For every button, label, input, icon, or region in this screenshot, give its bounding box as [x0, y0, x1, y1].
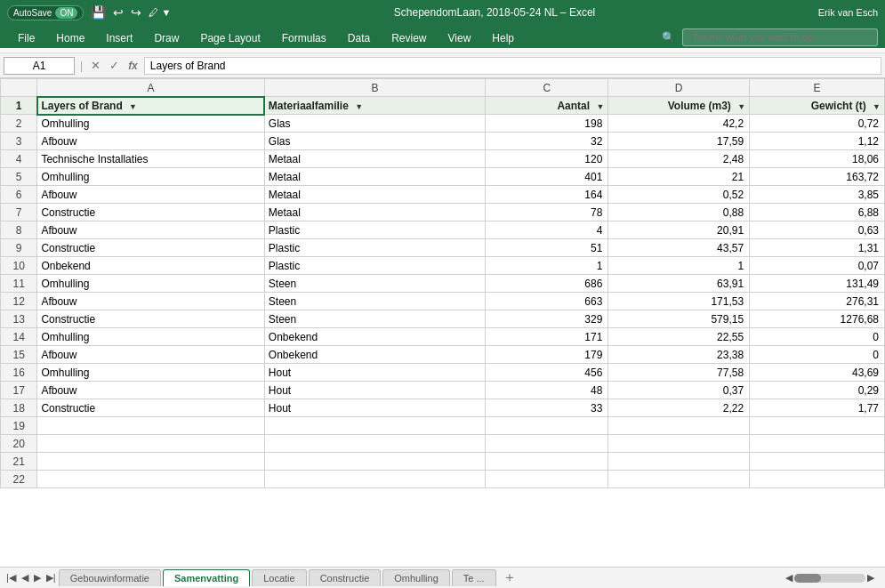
- cell-b15[interactable]: Onbekend: [264, 346, 485, 364]
- cell-b8[interactable]: Plastic: [264, 222, 485, 239]
- filter-a-icon[interactable]: ▼: [129, 102, 137, 111]
- cell-b20[interactable]: [264, 435, 485, 453]
- cell-a15[interactable]: Afbouw: [37, 346, 264, 364]
- tab-help[interactable]: Help: [481, 28, 525, 48]
- cell-e23[interactable]: [750, 488, 885, 489]
- cell-e10[interactable]: 0,07: [750, 257, 885, 275]
- cell-a14[interactable]: Omhulling: [37, 328, 264, 346]
- cell-b13[interactable]: Steen: [264, 310, 485, 328]
- cell-e12[interactable]: 276,31: [750, 293, 885, 310]
- cell-a6[interactable]: Afbouw: [37, 186, 264, 204]
- cell-b23[interactable]: [264, 488, 485, 489]
- cell-e3[interactable]: 1,12: [750, 133, 885, 150]
- filter-e-icon[interactable]: ▼: [873, 102, 881, 111]
- cell-c23[interactable]: [486, 488, 608, 489]
- cell-a22[interactable]: [37, 471, 264, 488]
- filter-c-icon[interactable]: ▼: [596, 102, 604, 111]
- cell-b5[interactable]: Metaal: [264, 168, 485, 186]
- cell-c20[interactable]: [486, 435, 608, 453]
- cancel-formula-icon[interactable]: ✕: [88, 59, 103, 72]
- quick-access-more[interactable]: 🖊 ▼: [149, 7, 171, 18]
- cell-d23[interactable]: [608, 488, 750, 489]
- tab-review[interactable]: Review: [381, 28, 437, 48]
- cell-e6[interactable]: 3,85: [750, 186, 885, 204]
- cell-a18[interactable]: Constructie: [37, 399, 264, 417]
- cell-d15[interactable]: 23,38: [608, 346, 750, 364]
- cell-c2[interactable]: 198: [486, 115, 608, 133]
- cell-b22[interactable]: [264, 471, 485, 488]
- cell-d14[interactable]: 22,55: [608, 328, 750, 346]
- cell-d8[interactable]: 20,91: [608, 222, 750, 239]
- cell-e19[interactable]: [750, 417, 885, 435]
- cell-d19[interactable]: [608, 417, 750, 435]
- cell-d7[interactable]: 0,88: [608, 204, 750, 222]
- cell-d13[interactable]: 579,15: [608, 310, 750, 328]
- formula-input[interactable]: [144, 57, 881, 75]
- cell-e17[interactable]: 0,29: [750, 382, 885, 399]
- cell-a12[interactable]: Afbouw: [37, 293, 264, 310]
- cell-d20[interactable]: [608, 435, 750, 453]
- tab-file[interactable]: File: [7, 28, 45, 48]
- cell-a7[interactable]: Constructie: [37, 204, 264, 222]
- cell-a10[interactable]: Onbekend: [37, 257, 264, 275]
- cell-e1[interactable]: Gewicht (t) ▼: [750, 97, 885, 115]
- cell-b9[interactable]: Plastic: [264, 239, 485, 257]
- col-header-d[interactable]: D: [608, 79, 750, 97]
- cell-c8[interactable]: 4: [486, 222, 608, 239]
- cell-a8[interactable]: Afbouw: [37, 222, 264, 239]
- cell-e8[interactable]: 0,63: [750, 222, 885, 239]
- cell-a17[interactable]: Afbouw: [37, 382, 264, 399]
- cell-d6[interactable]: 0,52: [608, 186, 750, 204]
- cell-a11[interactable]: Omhulling: [37, 275, 264, 293]
- cell-a16[interactable]: Omhulling: [37, 364, 264, 382]
- tab-page-layout[interactable]: Page Layout: [189, 28, 270, 48]
- cell-d1[interactable]: Volume (m3) ▼: [608, 97, 750, 115]
- confirm-formula-icon[interactable]: ✓: [107, 59, 122, 72]
- cell-b4[interactable]: Metaal: [264, 150, 485, 168]
- cell-a21[interactable]: [37, 453, 264, 471]
- cell-e22[interactable]: [750, 471, 885, 488]
- autosave-badge[interactable]: AutoSave ON: [7, 5, 84, 20]
- cell-b2[interactable]: Glas: [264, 115, 485, 133]
- insert-function-icon[interactable]: fx: [125, 60, 141, 72]
- cell-c3[interactable]: 32: [486, 133, 608, 150]
- cell-a20[interactable]: [37, 435, 264, 453]
- cell-c5[interactable]: 401: [486, 168, 608, 186]
- cell-e16[interactable]: 43,69: [750, 364, 885, 382]
- cell-a5[interactable]: Omhulling: [37, 168, 264, 186]
- cell-c18[interactable]: 33: [486, 399, 608, 417]
- cell-b21[interactable]: [264, 453, 485, 471]
- cell-a1[interactable]: Layers of Brand ▼: [37, 97, 264, 115]
- cell-c19[interactable]: [486, 417, 608, 435]
- cell-d16[interactable]: 77,58: [608, 364, 750, 382]
- tab-insert[interactable]: Insert: [95, 28, 143, 48]
- cell-a2[interactable]: Omhulling: [37, 115, 264, 133]
- cell-a3[interactable]: Afbouw: [37, 133, 264, 150]
- cell-d5[interactable]: 21: [608, 168, 750, 186]
- cell-b3[interactable]: Glas: [264, 133, 485, 150]
- cell-c7[interactable]: 78: [486, 204, 608, 222]
- cell-e14[interactable]: 0: [750, 328, 885, 346]
- cell-c10[interactable]: 1: [486, 257, 608, 275]
- cell-e5[interactable]: 163,72: [750, 168, 885, 186]
- cell-c21[interactable]: [486, 453, 608, 471]
- col-header-c[interactable]: C: [486, 79, 608, 97]
- cell-b18[interactable]: Hout: [264, 399, 485, 417]
- cell-b19[interactable]: [264, 417, 485, 435]
- cell-b16[interactable]: Hout: [264, 364, 485, 382]
- cell-c15[interactable]: 179: [486, 346, 608, 364]
- autosave-toggle[interactable]: ON: [55, 7, 77, 19]
- cell-c22[interactable]: [486, 471, 608, 488]
- redo-icon[interactable]: ↪: [131, 5, 141, 20]
- cell-b12[interactable]: Steen: [264, 293, 485, 310]
- col-header-b[interactable]: B: [264, 79, 485, 97]
- cell-d2[interactable]: 42,2: [608, 115, 750, 133]
- undo-icon[interactable]: ↩: [113, 5, 124, 20]
- cell-d18[interactable]: 2,22: [608, 399, 750, 417]
- save-icon[interactable]: 💾: [91, 5, 106, 20]
- tab-data[interactable]: Data: [337, 28, 381, 48]
- search-input[interactable]: [682, 28, 878, 46]
- cell-e18[interactable]: 1,77: [750, 399, 885, 417]
- cell-b11[interactable]: Steen: [264, 275, 485, 293]
- cell-a23[interactable]: [37, 488, 264, 489]
